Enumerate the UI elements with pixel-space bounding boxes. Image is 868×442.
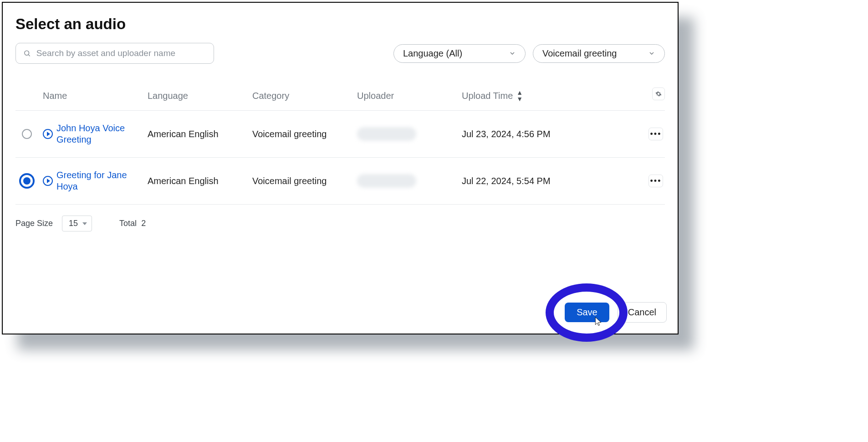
play-icon[interactable] [43, 129, 53, 139]
row-radio[interactable] [22, 129, 32, 139]
row-upload-time: Jul 23, 2024, 4:56 PM [462, 129, 580, 139]
save-button-label: Save [577, 307, 597, 317]
table-settings-button[interactable] [652, 87, 665, 100]
page-size-label: Page Size [15, 219, 53, 228]
table-header: Name Language Category Uploader Upload T… [15, 89, 665, 111]
table-row: Greeting for Jane Hoya American English … [15, 158, 665, 205]
col-uploader[interactable]: Uploader [357, 91, 462, 101]
cursor-icon [594, 316, 603, 327]
page-size-select[interactable]: 15 [62, 216, 92, 231]
total-label: Total [119, 219, 137, 228]
search-icon [23, 49, 31, 57]
row-name-cell[interactable]: John Hoya Voice Greeting [43, 123, 148, 145]
language-filter-label: Language (All) [403, 48, 462, 59]
language-filter[interactable]: Language (All) [393, 44, 526, 63]
category-filter[interactable]: Voicemail greeting [533, 44, 665, 63]
row-radio[interactable] [19, 173, 35, 189]
row-category: Voicemail greeting [252, 129, 357, 139]
actions-row: Save Cancel [565, 302, 667, 323]
page-title: Select an audio [15, 15, 665, 33]
table-row: John Hoya Voice Greeting American Englis… [15, 111, 665, 158]
row-name-cell[interactable]: Greeting for Jane Hoya [43, 170, 148, 192]
save-button[interactable]: Save [565, 303, 609, 322]
row-language: American English [148, 176, 252, 186]
chevron-down-icon [648, 50, 655, 57]
sort-icon: ▲▼ [516, 89, 523, 102]
col-upload-time[interactable]: Upload Time ▲▼ [462, 89, 580, 102]
category-filter-label: Voicemail greeting [542, 48, 617, 59]
svg-line-1 [29, 55, 30, 56]
total-value: 2 [141, 219, 146, 228]
filters-row: Language (All) Voicemail greeting [15, 43, 665, 64]
row-upload-time: Jul 22, 2024, 5:54 PM [462, 176, 580, 186]
col-name[interactable]: Name [43, 91, 148, 101]
row-more-button[interactable]: ••• [648, 128, 663, 140]
chevron-down-icon [509, 50, 516, 57]
search-input-wrap[interactable] [15, 43, 214, 64]
pagination-row: Page Size 15 Total 2 [15, 216, 665, 231]
cancel-button[interactable]: Cancel [618, 302, 667, 323]
col-category[interactable]: Category [252, 91, 357, 101]
select-audio-modal: Select an audio Language (All) Voicemail… [2, 2, 679, 334]
audio-table: Name Language Category Uploader Upload T… [15, 89, 665, 205]
row-more-button[interactable]: ••• [648, 175, 663, 187]
row-name: John Hoya Voice Greeting [56, 123, 138, 145]
row-category: Voicemail greeting [252, 176, 357, 186]
row-name: Greeting for Jane Hoya [56, 170, 138, 192]
gear-icon [655, 91, 662, 97]
search-input[interactable] [36, 48, 206, 59]
svg-point-0 [25, 51, 29, 55]
row-language: American English [148, 129, 252, 139]
total-wrap: Total 2 [119, 219, 146, 228]
col-language[interactable]: Language [148, 91, 252, 101]
row-uploader-redacted [357, 174, 416, 188]
row-uploader-redacted [357, 127, 416, 141]
col-upload-time-label: Upload Time [462, 91, 513, 101]
page-size-value: 15 [69, 219, 78, 228]
play-icon[interactable] [43, 176, 53, 186]
